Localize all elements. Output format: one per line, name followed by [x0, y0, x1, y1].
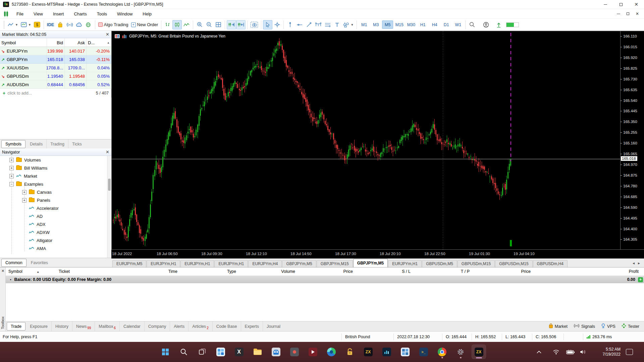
chart-plot[interactable]: GBPJPYm, M5: Great Britain Pound vs Japa… — [111, 31, 621, 250]
scroll-right-icon[interactable]: ▸ — [638, 261, 640, 265]
timeframe-h4-button[interactable]: H4 — [429, 20, 440, 29]
community-button[interactable] — [84, 20, 93, 29]
vertical-line-button[interactable] — [285, 20, 295, 29]
trade-column-symbol[interactable]: Symbol▲ — [6, 269, 56, 274]
deposit-button[interactable]: $ — [33, 20, 42, 29]
scrollbar-thumb[interactable] — [108, 179, 111, 191]
chart-tab-eurjpym-m5[interactable]: EURJPYm,M5 — [112, 260, 146, 267]
toolbox-tab-exposure[interactable]: Exposure — [26, 321, 52, 331]
timeframe-d1-button[interactable]: D1 — [441, 20, 452, 29]
navigator-item-volumes[interactable]: +Volumes — [0, 156, 111, 164]
volume-tray-button[interactable] — [580, 342, 586, 362]
battery-tray-button[interactable] — [566, 342, 575, 362]
taskbar-settings-icon[interactable] — [453, 345, 467, 359]
taskbar-trading-app-icon[interactable] — [380, 345, 393, 359]
service-market-button[interactable]: Market — [549, 323, 568, 329]
taskbar-snipping-tool-icon[interactable]: X — [232, 345, 246, 359]
maximize-button[interactable] — [613, 0, 629, 9]
taskbar-office-grid-icon[interactable] — [398, 345, 412, 359]
taskbar-task-view-icon[interactable] — [195, 345, 209, 359]
timeframe-m5-button[interactable]: M5 — [382, 20, 393, 29]
cursor-button[interactable] — [263, 20, 272, 29]
chart-tab-gbpjpym-m15[interactable]: GBPJPYm,M15 — [317, 260, 353, 267]
taskbar-exness-terminal-icon[interactable]: ZX — [361, 345, 375, 359]
shapes-button[interactable]: ▼ — [342, 20, 355, 29]
trade-column-price[interactable]: Price — [298, 269, 356, 274]
navigator-scrollbar[interactable] — [107, 156, 111, 258]
algo-trading-button[interactable]: Algo Trading — [97, 20, 130, 29]
chart-profile-button[interactable]: ▼ — [19, 20, 33, 29]
chart-tab-gbpusdm-m15[interactable]: GBPUSDm,M15 — [458, 260, 495, 267]
navigator-item-accelerator[interactable]: Accelerator — [0, 204, 111, 212]
expand-plus-icon[interactable]: + — [9, 166, 14, 170]
taskbar-clock[interactable]: 5:52 AM 7/19/2022 — [594, 347, 621, 357]
toolbox-tab-experts[interactable]: Experts — [241, 321, 263, 331]
toolbox-tab-mailbox[interactable]: Mailbox6 — [95, 321, 120, 331]
trade-column-time[interactable]: Time — [120, 269, 180, 274]
crosshair-button[interactable] — [272, 20, 282, 29]
chart-restore-button[interactable] — [623, 10, 633, 17]
chart-shift-button[interactable] — [236, 20, 246, 29]
timeframe-m3-button[interactable]: M3 — [370, 20, 381, 29]
market-watch-row[interactable]: ↘GBPUSDm1.195401.195480.05% — [0, 72, 111, 80]
line-chart-mode-button[interactable] — [182, 20, 191, 29]
chart-tab-eurjpym-h1[interactable]: EURJPYm,H1 — [147, 260, 180, 267]
chart-tab-gbpusdm-h4[interactable]: GBPUSDm,H4 — [533, 260, 568, 267]
timeframe-m30-button[interactable]: M30 — [406, 20, 417, 29]
zoom-out-button[interactable] — [204, 20, 214, 29]
toolbox-tab-company[interactable]: Company — [145, 321, 170, 331]
navigator-item-adx[interactable]: ADX — [0, 220, 111, 228]
taskbar-file-explorer-icon[interactable] — [251, 345, 264, 359]
market-watch-row[interactable]: ↗GBPJPYm165.018165.038-0.11% — [0, 55, 111, 64]
chart-minimize-button[interactable] — [614, 10, 623, 17]
market-watch-row[interactable]: ↗AUDUSDm0.684440.684560.52% — [0, 80, 111, 89]
chart-tab-eurjpym-h1[interactable]: EURJPYm,H1 — [214, 260, 248, 267]
taskbar-chrome-icon[interactable] — [435, 345, 449, 359]
menu-item-tools[interactable]: Tools — [92, 9, 112, 18]
candlestick-mode-button[interactable] — [172, 20, 182, 29]
market-watch-add-row[interactable]: + click to add... 5 / 407 — [0, 89, 111, 98]
menu-item-file[interactable]: File — [11, 9, 29, 18]
balance-row[interactable]: • Balance: 0.00 USD Equity: 0.00 Free Ma… — [6, 276, 644, 283]
taskbar-password-lock-icon[interactable] — [343, 345, 357, 359]
close-icon[interactable]: ✕ — [106, 32, 109, 37]
deposit-plus-button[interactable]: + — [638, 277, 643, 282]
chart-tab-eurjpym-h4[interactable]: EURJPYm,H4 — [248, 260, 282, 267]
taskbar-store-icon[interactable] — [269, 345, 283, 359]
chart-tab-gbpjpym-m5[interactable]: GBPJPYm,M5 — [282, 260, 316, 267]
column-daily[interactable]: D...▲ — [87, 38, 111, 47]
trendline-button[interactable] — [304, 20, 314, 29]
cloud-button[interactable] — [74, 20, 84, 29]
toolbox-tab-journal[interactable]: Journal — [263, 321, 284, 331]
taskbar-edge-icon[interactable] — [324, 345, 338, 359]
expand-plus-icon[interactable]: + — [22, 198, 26, 202]
chart-tab-eurjpym-h1[interactable]: EURJPYm,H1 — [388, 260, 422, 267]
navigator-item-ama[interactable]: AMA — [0, 244, 111, 252]
navigator-item-adxw[interactable]: ADXW — [0, 228, 111, 236]
trade-column-price[interactable]: Price — [472, 269, 533, 274]
market-watch-row[interactable]: ↗XAUUSDm1708.8...1709.0...0.04% — [0, 64, 111, 72]
navigator-item-examples[interactable]: −Examples — [0, 180, 111, 188]
candlestick-chart[interactable] — [112, 31, 620, 249]
service-vps-button[interactable]: VPS — [601, 323, 615, 329]
collapse-minus-icon[interactable]: − — [9, 182, 14, 186]
menu-item-help[interactable]: Help — [138, 9, 157, 18]
column-ask[interactable]: Ask — [65, 38, 87, 47]
timeframe-h1-button[interactable]: H1 — [417, 20, 428, 29]
navigator-item-ad[interactable]: AD — [0, 212, 111, 220]
chart-tab-gbpusdm-m15[interactable]: GBPUSDm,M15 — [495, 260, 532, 267]
signals-toolbar-button[interactable] — [65, 20, 74, 29]
chart-close-button[interactable]: ✕ — [633, 10, 642, 17]
service-tester-button[interactable]: Tester — [622, 323, 639, 329]
market-watch-row[interactable]: ↘EURJPYm139.998140.017-0.20% — [0, 47, 111, 55]
trade-column-volume[interactable]: Volume — [239, 269, 298, 274]
bar-chart-mode-button[interactable] — [163, 20, 172, 29]
expand-plus-icon[interactable]: + — [9, 174, 14, 178]
taskbar-photos-icon[interactable] — [287, 345, 301, 359]
chart-tab-gbpjpym-m5[interactable]: GBPJPYm,M5 — [353, 259, 388, 267]
toolbox-tab-history[interactable]: History — [52, 321, 72, 331]
taskbar-search-icon[interactable] — [177, 345, 191, 359]
horizontal-line-button[interactable] — [295, 20, 304, 29]
time-axis[interactable]: 18 Jul 202218 Jul 06:5018 Jul 09:3018 Ju… — [111, 250, 644, 258]
fibonacci-button[interactable] — [323, 20, 332, 29]
